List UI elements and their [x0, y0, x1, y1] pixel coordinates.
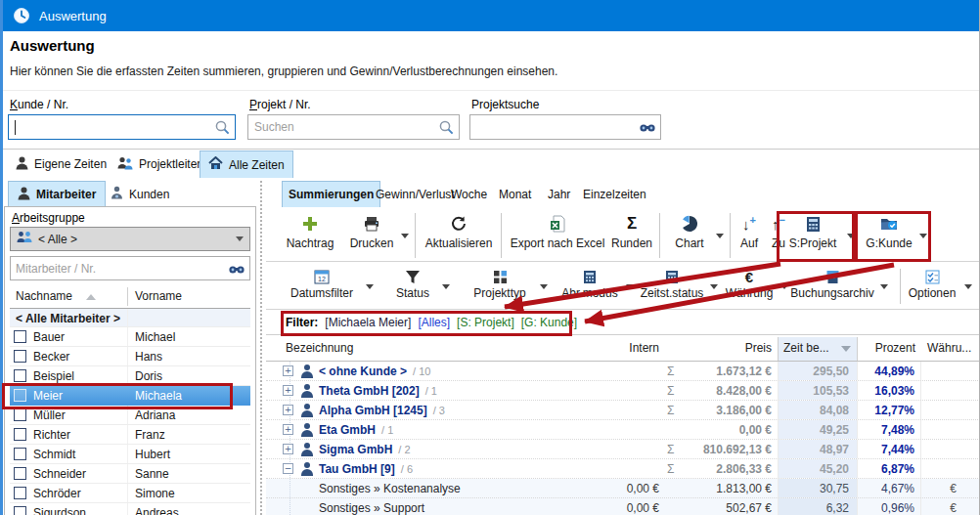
- binoculars-icon[interactable]: [228, 261, 245, 279]
- abr-modus-dropdown-icon[interactable]: [626, 284, 634, 289]
- expand-icon[interactable]: [283, 405, 293, 415]
- column-bezeichnung[interactable]: Bezeichnung: [286, 341, 353, 355]
- nachtrag-button[interactable]: Nachtrag: [282, 211, 338, 260]
- column-preis[interactable]: Preis: [683, 341, 772, 355]
- column-nachname[interactable]: Nachname: [16, 289, 72, 303]
- employee-row[interactable]: Beispiel Doris: [10, 366, 250, 386]
- table-row-group[interactable]: Sigma GmbH/ 2 Σ 810.692,13 € 48,97 7,44%: [266, 440, 980, 459]
- table-row-group[interactable]: Eta GmbH/ 1 0,00 € 49,25 7,48%: [266, 420, 980, 440]
- projekttyp-button[interactable]: Projekttyp: [466, 267, 534, 306]
- datumsfilter-dropdown-icon[interactable]: [366, 284, 374, 289]
- aktualisieren-button[interactable]: Aktualisieren: [423, 211, 495, 260]
- drucken-dropdown-icon[interactable]: [401, 234, 409, 238]
- projekt-search-field[interactable]: [248, 115, 459, 139]
- employee-row[interactable]: Richter Franz: [10, 425, 250, 445]
- s-projekt-button[interactable]: S:Projekt: [782, 211, 843, 260]
- employee-row[interactable]: Schneider Sanne: [10, 464, 250, 484]
- sigma-symbol: Σ: [667, 443, 674, 456]
- tab-summierungen[interactable]: Summierungen: [282, 181, 380, 207]
- magnifier-icon[interactable]: [214, 119, 231, 139]
- chart-dropdown-icon[interactable]: [716, 234, 724, 238]
- employee-checkbox[interactable]: [14, 369, 26, 382]
- optionen-button[interactable]: Optionen: [908, 267, 957, 306]
- projektsuche-field[interactable]: [470, 115, 660, 139]
- employee-checkbox[interactable]: [14, 428, 26, 441]
- sigma-symbol: Σ: [667, 365, 674, 378]
- employee-checkbox[interactable]: [14, 487, 26, 499]
- employee-row[interactable]: Sigurdson Andreas: [10, 503, 250, 515]
- expand-icon[interactable]: [283, 385, 293, 396]
- g-kunde-dropdown-icon[interactable]: [919, 234, 927, 238]
- column-prozent[interactable]: Prozent: [858, 341, 915, 355]
- expand-icon[interactable]: [283, 444, 293, 454]
- employee-row[interactable]: Schröder Simone: [10, 484, 250, 503]
- buchungsarchiv-dropdown-icon[interactable]: [880, 284, 888, 289]
- collapse-icon[interactable]: [283, 463, 293, 474]
- datumsfilter-button[interactable]: 12 Datumsfilter: [284, 267, 360, 306]
- column-intern[interactable]: Intern: [587, 341, 659, 355]
- employee-row[interactable]: Schmidt Hubert: [10, 445, 250, 464]
- drucken-button[interactable]: Drucken: [344, 211, 399, 260]
- employee-checkbox[interactable]: [14, 330, 26, 343]
- tab-jahr[interactable]: Jahr: [542, 181, 576, 207]
- tab-woche[interactable]: Woche: [445, 181, 493, 207]
- expand-icon[interactable]: [283, 424, 293, 435]
- runden-button[interactable]: Σ Runden: [610, 211, 653, 260]
- tab-projektleiter[interactable]: Projektleiter: [110, 150, 208, 178]
- list-item-alle-mitarbeiter[interactable]: < Alle Mitarbeiter >: [10, 309, 250, 327]
- mitarbeiter-search-field[interactable]: [10, 256, 250, 280]
- binoculars-icon[interactable]: [639, 119, 656, 138]
- projekt-search-input[interactable]: [247, 114, 460, 140]
- squares-icon: [466, 267, 534, 286]
- auf-button[interactable]: ↓+ Auf: [735, 211, 763, 260]
- status-button[interactable]: Status: [389, 267, 436, 306]
- tab-monat[interactable]: Monat: [493, 181, 537, 207]
- s-projekt-dropdown-icon[interactable]: [847, 234, 855, 238]
- employee-row[interactable]: Bauer Michael: [10, 327, 250, 347]
- g-kunde-button[interactable]: G:Kunde: [861, 211, 917, 260]
- employee-checkbox[interactable]: [14, 408, 26, 421]
- employee-checkbox[interactable]: [14, 448, 26, 460]
- employee-checkbox[interactable]: [14, 389, 26, 402]
- kunde-search-input[interactable]: [8, 114, 236, 140]
- projektsuche-input[interactable]: [469, 114, 661, 140]
- table-row-child[interactable]: Sonstiges » Support 0,00 € 502,67 € 6,32…: [266, 498, 980, 515]
- employee-checkbox[interactable]: [14, 350, 26, 363]
- kunde-search-field[interactable]: [9, 115, 235, 139]
- expand-icon[interactable]: [283, 365, 293, 376]
- column-vorname[interactable]: Vorname: [135, 289, 182, 303]
- waehrung-button[interactable]: € Währung: [724, 267, 775, 306]
- table-row-group[interactable]: Theta GmbH [202]/ 1 Σ 8.428,00 € 105,53 …: [266, 381, 980, 401]
- employee-checkbox[interactable]: [14, 506, 26, 515]
- person-icon: [18, 187, 30, 203]
- projekttyp-dropdown-icon[interactable]: [540, 284, 548, 289]
- status-dropdown-icon[interactable]: [442, 284, 450, 289]
- tab-alle-zeiten[interactable]: Alle Zeiten: [200, 150, 293, 178]
- zeitst-status-dropdown-icon[interactable]: [710, 284, 718, 289]
- table-row-child[interactable]: Sonstiges » Kostenanalyse 0,00 € 1.813,0…: [266, 479, 980, 498]
- tab-eigene-zeiten[interactable]: Eigene Zeiten: [8, 150, 114, 178]
- employee-checkbox[interactable]: [14, 467, 26, 480]
- buchungsarchiv-button[interactable]: Buchungsarchiv: [790, 267, 874, 306]
- waehrung-dropdown-icon[interactable]: [780, 284, 788, 289]
- mitarbeiter-search[interactable]: [10, 256, 250, 280]
- zeitst-status-button[interactable]: Zeitst.status: [634, 267, 710, 306]
- table-row-group[interactable]: < ohne Kunde >/ 10 Σ 1.673,12 € 295,50 4…: [266, 362, 980, 381]
- table-row-group-expanded[interactable]: Tau GmbH [9]/ 6 Σ 2.806,33 € 45,20 6,87%: [266, 459, 980, 479]
- tab-einzelzeiten[interactable]: Einzelzeiten: [577, 181, 652, 207]
- employee-row-selected[interactable]: Meier Michaela: [10, 386, 250, 406]
- magnifier-icon[interactable]: [438, 119, 455, 139]
- panel-splitter[interactable]: [260, 181, 262, 515]
- arbeitsgruppe-dropdown[interactable]: < Alle >: [10, 227, 250, 251]
- abr-modus-button[interactable]: Abr.modus: [559, 267, 620, 306]
- column-zeit[interactable]: Zeit be...: [783, 341, 829, 355]
- table-row-group[interactable]: Alpha GmbH [1245]/ 3 Σ 3.186,00 € 84,08 …: [266, 401, 980, 420]
- export-excel-button[interactable]: Export nach Excel: [509, 211, 606, 260]
- chart-button[interactable]: Chart: [667, 211, 712, 260]
- employee-row[interactable]: Becker Hans: [10, 347, 250, 366]
- optionen-dropdown-icon[interactable]: [964, 284, 972, 289]
- employee-row[interactable]: Müller Adriana: [10, 406, 250, 425]
- tab-mitarbeiter[interactable]: Mitarbeiter: [8, 181, 106, 207]
- column-waehrung[interactable]: Währu...: [927, 341, 971, 355]
- tab-kunden[interactable]: Kunden: [102, 181, 178, 207]
